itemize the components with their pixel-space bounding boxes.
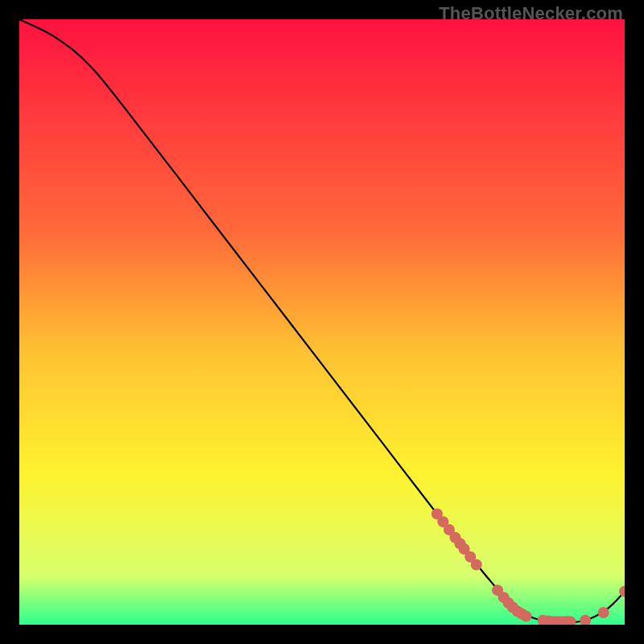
attribution-text: TheBottleNecker.com bbox=[439, 3, 623, 24]
chart-frame bbox=[19, 19, 625, 625]
data-marker bbox=[471, 559, 482, 571]
bottleneck-chart bbox=[19, 19, 625, 625]
data-marker bbox=[598, 607, 609, 618]
chart-background bbox=[19, 19, 625, 625]
data-marker bbox=[520, 610, 531, 621]
